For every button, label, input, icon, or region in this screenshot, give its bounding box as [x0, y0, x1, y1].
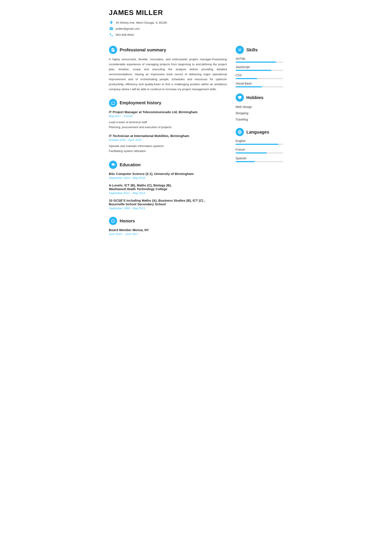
- skill-visualbasic: Visual Basic: [236, 82, 283, 87]
- lang-name-1: French: [236, 148, 283, 151]
- job-title-0: IT Project Manager at Telecommunicado Lt…: [109, 110, 227, 114]
- lang-english: English: [236, 139, 283, 145]
- job-duty-0-1: Planning, procurement and execution of p…: [109, 125, 227, 130]
- hobbies-list: Web Design Shopping Traveling: [236, 105, 283, 122]
- skill-bar-bg-3: [236, 86, 283, 87]
- edu-date-0: September 2014 – May 2016: [109, 176, 227, 180]
- job-duty-0-0: Lead a team of technical staff: [109, 120, 227, 125]
- skills-section: Skills XHTML JavaScript CSS: [236, 46, 283, 87]
- location-icon: [109, 20, 114, 25]
- honors-item-date-0: June 2015 – June 2017: [109, 232, 227, 236]
- honors-section: Honors Board Member Mensa, NY June 2015 …: [109, 217, 227, 236]
- skill-name-0: XHTML: [236, 57, 283, 60]
- skill-name-3: Visual Basic: [236, 82, 283, 85]
- lang-name-2: Spanish: [236, 157, 283, 160]
- job-date-1: October,2015 - April, 2016: [109, 138, 227, 142]
- lang-bar-bg-2: [236, 161, 283, 162]
- job-date-0: May,2017 - Current: [109, 115, 227, 118]
- summary-text: A highly resourceful, flexible, innovati…: [109, 57, 227, 92]
- skill-bar-bg-2: [236, 78, 283, 79]
- main-layout: Professional summary A highly resourcefu…: [109, 46, 283, 243]
- hobbies-header: Hobbies: [236, 94, 283, 102]
- skill-javascript: JavaScript: [236, 65, 283, 71]
- hobby-0: Web Design: [236, 105, 283, 109]
- lang-french: French: [236, 148, 283, 153]
- email-text: jmiller@gmail.com: [116, 27, 140, 30]
- edu-item-1: A-Levels: ICT (B), Maths (C), Biology (B…: [109, 183, 227, 195]
- languages-title: Languages: [246, 130, 269, 135]
- skill-bar-bg-1: [236, 70, 283, 71]
- lang-bar-bg-1: [236, 153, 283, 153]
- summary-section: Professional summary A highly resourcefu…: [109, 46, 227, 92]
- edu-item-0: BSc Computer Science (2:1), University o…: [109, 172, 227, 180]
- employment-title: Employment history: [120, 100, 161, 105]
- job-duty-1-1: Facilitating system utilization: [109, 149, 227, 154]
- hobby-2: Traveling: [236, 117, 283, 122]
- edu-title-0: BSc Computer Science (2:1), University o…: [109, 172, 227, 175]
- contact-email: jmiller@gmail.com: [109, 26, 283, 31]
- employment-icon: [109, 99, 117, 107]
- honors-item-title-0: Board Member Mensa, NY: [109, 228, 227, 232]
- edu-item-2: 10 GCSE'S including Maths (A), Business …: [109, 199, 227, 210]
- skill-name-2: CSS: [236, 73, 283, 77]
- education-title: Education: [120, 162, 141, 167]
- skills-header: Skills: [236, 46, 283, 54]
- hobby-1: Shopping: [236, 111, 283, 116]
- lang-spanish: Spanish: [236, 157, 283, 162]
- honors-header: Honors: [109, 217, 227, 225]
- education-list: BSc Computer Science (2:1), University o…: [109, 172, 227, 210]
- hobbies-icon: [236, 94, 244, 102]
- employment-section: Employment history IT Project Manager at…: [109, 99, 227, 154]
- honors-list: Board Member Mensa, NY June 2015 – June …: [109, 228, 227, 236]
- skill-xhtml: XHTML: [236, 57, 283, 63]
- summary-title: Professional summary: [120, 47, 166, 52]
- jobs-list: IT Project Manager at Telecommunicado Lt…: [109, 110, 227, 154]
- honors-icon: [109, 217, 117, 225]
- skills-icon: [236, 46, 244, 54]
- honors-title: Honors: [120, 219, 135, 224]
- skills-title: Skills: [246, 47, 258, 52]
- skill-bar-fill-2: [236, 78, 257, 79]
- contact-phone: 563-458-6942: [109, 32, 283, 37]
- full-name: JAMES MILLER: [109, 9, 283, 17]
- summary-icon: [109, 46, 117, 54]
- job-item-1: IT Technician at International Mobilites…: [109, 134, 227, 154]
- email-icon: [109, 26, 114, 31]
- languages-section: Languages English French Spanish: [236, 128, 283, 162]
- hobbies-section: Hobbies Web Design Shopping Traveling: [236, 94, 283, 122]
- employment-header: Employment history: [109, 99, 227, 107]
- job-title-1: IT Technician at International Mobilites…: [109, 134, 227, 138]
- edu-date-1: September 2011 – May 2014: [109, 191, 227, 195]
- phone-icon: [109, 32, 114, 37]
- education-section: Education BSc Computer Science (2:1), Un…: [109, 161, 227, 210]
- right-column: Skills XHTML JavaScript CSS: [236, 46, 283, 243]
- skill-css: CSS: [236, 73, 283, 79]
- address-text: 44 Shirley Ave, West Chicago, IL 60185: [116, 21, 167, 24]
- left-column: Professional summary A highly resourcefu…: [109, 46, 227, 243]
- education-icon: [109, 161, 117, 169]
- edu-title-1: A-Levels: ICT (B), Maths (C), Biology (B…: [109, 183, 227, 191]
- job-item-0: IT Project Manager at Telecommunicado Lt…: [109, 110, 227, 130]
- summary-header: Professional summary: [109, 46, 227, 54]
- education-header: Education: [109, 161, 227, 169]
- skill-bar-bg-0: [236, 62, 283, 63]
- job-duty-1-0: Operate and maintain information systems: [109, 144, 227, 149]
- contact-info: 44 Shirley Ave, West Chicago, IL 60185 j…: [109, 20, 283, 37]
- skill-name-1: JavaScript: [236, 65, 283, 69]
- edu-date-2: September 1999 – May 2011: [109, 207, 227, 210]
- lang-bar-fill-1: [236, 153, 267, 153]
- skills-list: XHTML JavaScript CSS: [236, 57, 283, 87]
- edu-title-2: 10 GCSE'S including Maths (A), Business …: [109, 199, 227, 206]
- lang-bar-fill-0: [236, 144, 278, 145]
- lang-bar-fill-2: [236, 161, 255, 162]
- lang-name-0: English: [236, 139, 283, 143]
- languages-header: Languages: [236, 128, 283, 136]
- hobbies-title: Hobbies: [246, 95, 264, 100]
- skill-bar-fill-1: [236, 70, 271, 71]
- lang-bar-bg-0: [236, 144, 283, 145]
- contact-address: 44 Shirley Ave, West Chicago, IL 60185: [109, 20, 283, 25]
- phone-text: 563-458-6942: [116, 33, 134, 37]
- languages-list: English French Spanish: [236, 139, 283, 162]
- languages-icon: [236, 128, 244, 136]
- skill-bar-fill-0: [236, 62, 276, 63]
